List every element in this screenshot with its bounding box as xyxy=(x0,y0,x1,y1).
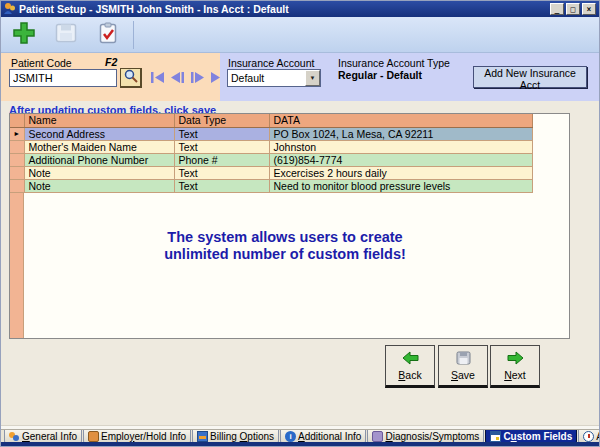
verify-button[interactable] xyxy=(91,20,125,50)
save-button[interactable]: Save xyxy=(438,345,488,388)
row-selector-strip xyxy=(10,193,24,339)
toolbar-separator xyxy=(133,21,134,49)
cell-name[interactable]: Additional Phone Number xyxy=(24,153,174,166)
tab-label: Billing Options xyxy=(210,431,274,442)
cell-datatype[interactable]: Text xyxy=(174,179,269,192)
arrow-right-icon xyxy=(507,351,524,367)
grid-row[interactable]: NoteTextExcercises 2 hours daily xyxy=(10,166,532,179)
row-selector-cell[interactable] xyxy=(10,140,24,153)
cell-name[interactable]: Note xyxy=(24,179,174,192)
next-button-label: Next xyxy=(504,369,526,381)
back-button-label: Back xyxy=(398,369,421,381)
back-button[interactable]: Back xyxy=(385,345,435,388)
appointments-icon xyxy=(583,431,594,442)
tab-label: Employer/Hold Info xyxy=(101,431,186,442)
info-message-line2: unlimited number of custom fields! xyxy=(1,246,569,263)
cell-data[interactable]: Johnston xyxy=(269,140,532,153)
clipboard-check-icon xyxy=(98,22,118,47)
grid-header-row: Name Data Type DATA xyxy=(10,114,532,127)
cell-datatype[interactable]: Phone # xyxy=(174,153,269,166)
cell-name[interactable]: Mother's Maiden Name xyxy=(24,140,174,153)
custom-fields-grid: Name Data Type DATA ►Second AddressTextP… xyxy=(9,113,570,339)
floppy-icon xyxy=(55,23,77,46)
column-header-data[interactable]: DATA xyxy=(269,114,532,127)
grid-empty-area xyxy=(10,193,569,339)
maximize-button[interactable]: □ xyxy=(566,3,580,15)
add-new-insurance-acct-button[interactable]: Add New Insurance Acct xyxy=(473,66,587,88)
cell-datatype[interactable]: Text xyxy=(174,140,269,153)
grid-row[interactable]: Additional Phone NumberPhone #(619)854-7… xyxy=(10,153,532,166)
patient-search-button[interactable] xyxy=(120,68,142,88)
window-controls: _ □ × xyxy=(550,3,596,15)
cell-data[interactable]: PO Box 1024, La Mesa, CA 92211 xyxy=(269,127,532,140)
cell-data[interactable]: Excercises 2 hours daily xyxy=(269,166,532,179)
record-navigation xyxy=(150,71,225,83)
minimize-button[interactable]: _ xyxy=(550,3,564,15)
custom-icon xyxy=(490,431,501,442)
patient-section: Patient Code F2 xyxy=(1,53,220,101)
grid-row[interactable]: NoteTextNeed to monitor blood pressure l… xyxy=(10,179,532,192)
tab-label: Custom Fields xyxy=(503,431,572,442)
tab-label: Diagnosis/Symptoms xyxy=(385,431,479,442)
employer-icon xyxy=(88,431,99,442)
close-button[interactable]: × xyxy=(582,3,596,15)
previous-record-button[interactable] xyxy=(170,71,185,83)
tab-label: Appointments xyxy=(596,431,600,442)
next-button[interactable]: Next xyxy=(490,345,540,388)
info-message: The system allows users to create unlimi… xyxy=(1,229,569,263)
grid-row[interactable]: ►Second AddressTextPO Box 1024, La Mesa,… xyxy=(10,127,532,140)
insurance-account-value: Default xyxy=(228,72,305,84)
column-header-name[interactable]: Name xyxy=(24,114,174,127)
arrow-left-icon xyxy=(402,351,419,367)
cell-data[interactable]: Need to monitor blood pressure levels xyxy=(269,179,532,192)
insurance-account-label: Insurance Account xyxy=(228,57,314,69)
field-panel: Patient Code F2 xyxy=(1,53,599,101)
titlebar: Patient Setup - JSMITH John Smith - Ins … xyxy=(1,1,599,17)
save-toolbar-button[interactable] xyxy=(49,20,83,50)
app-icon xyxy=(4,2,16,16)
cell-datatype[interactable]: Text xyxy=(174,166,269,179)
patient-code-label: Patient Code xyxy=(11,57,72,69)
tab-label: General Info xyxy=(22,431,77,442)
magnifier-icon xyxy=(124,69,138,86)
plus-icon xyxy=(13,22,35,47)
info-icon xyxy=(285,431,296,442)
insurance-section: Insurance Account Default ▼ Insurance Ac… xyxy=(220,53,599,101)
patient-code-input[interactable] xyxy=(9,69,117,87)
general-icon xyxy=(9,431,20,442)
chevron-down-icon[interactable]: ▼ xyxy=(305,70,320,86)
toolbar xyxy=(1,17,599,53)
window-title: Patient Setup - JSMITH John Smith - Ins … xyxy=(19,3,289,15)
column-header-datatype[interactable]: Data Type xyxy=(174,114,269,127)
tab-label: Additional Info xyxy=(298,431,361,442)
next-record-button[interactable] xyxy=(190,71,205,83)
insurance-type-value: Regular - Default xyxy=(338,69,422,81)
cell-name[interactable]: Second Address xyxy=(24,127,174,140)
cell-datatype[interactable]: Text xyxy=(174,127,269,140)
billing-icon xyxy=(197,431,208,442)
floppy-icon xyxy=(456,351,471,367)
hotkey-label: F2 xyxy=(105,56,117,68)
row-selector-cell[interactable]: ► xyxy=(10,127,24,140)
insurance-type-label: Insurance Account Type xyxy=(338,57,450,69)
save-button-label: Save xyxy=(451,369,475,381)
window-bottom-edge xyxy=(1,442,599,446)
insurance-account-dropdown[interactable]: Default ▼ xyxy=(227,69,321,87)
cell-data[interactable]: (619)854-7774 xyxy=(269,153,532,166)
cell-name[interactable]: Note xyxy=(24,166,174,179)
grid-row[interactable]: Mother's Maiden NameTextJohnston xyxy=(10,140,532,153)
info-message-line1: The system allows users to create xyxy=(1,229,569,246)
patient-setup-window: Patient Setup - JSMITH John Smith - Ins … xyxy=(0,0,600,447)
row-selector-cell[interactable] xyxy=(10,166,24,179)
add-patient-button[interactable] xyxy=(7,20,41,50)
first-record-button[interactable] xyxy=(150,71,165,83)
row-selector-cell[interactable] xyxy=(10,179,24,192)
row-selector-cell[interactable] xyxy=(10,153,24,166)
diagnosis-icon xyxy=(372,431,383,442)
row-selector-header xyxy=(10,114,24,127)
